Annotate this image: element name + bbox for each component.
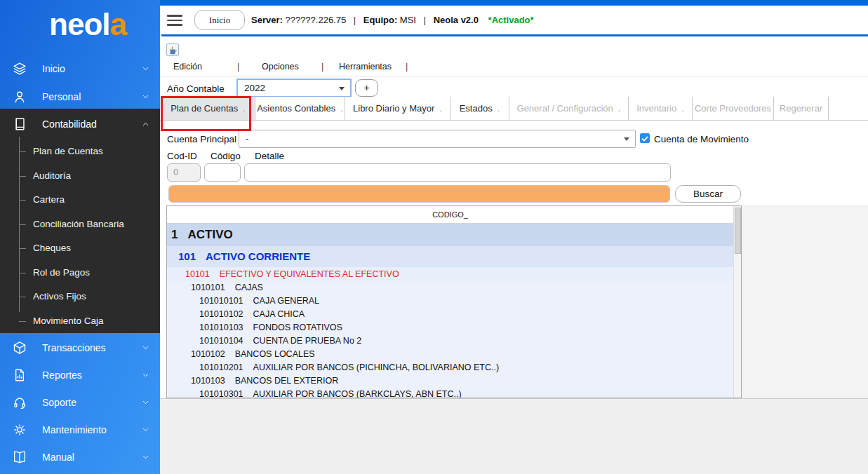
sidebar-item-cheques[interactable]: Cheques xyxy=(0,236,160,261)
server-status-line: Server: ??????.226.75 | Equipo: MSI | Ne… xyxy=(251,15,534,25)
cuenta-movimiento-checkbox[interactable] xyxy=(640,133,650,143)
year-value: 2022 xyxy=(244,83,265,93)
table-rows: 1ACTIVO 101ACTIVO CORRIENTE 10101EFECTIV… xyxy=(167,224,733,398)
sidebar-item-activos-fijos[interactable]: Activos Fijos xyxy=(0,285,160,309)
java-app-icon xyxy=(166,43,179,56)
search-highlight-bar[interactable] xyxy=(168,185,670,203)
app-logo: neola xyxy=(0,7,160,48)
add-year-button[interactable]: + xyxy=(355,79,378,97)
sidebar-item-cartera[interactable]: Cartera xyxy=(0,188,160,212)
cuenta-principal-label: Cuenta Principal xyxy=(167,134,236,144)
sidebar-item-auditoria[interactable]: Auditoría xyxy=(0,164,160,189)
tab-plan-de-cuentas[interactable]: Plan de Cuentas. xyxy=(161,97,255,121)
year-select[interactable]: 2022 xyxy=(236,79,352,97)
sidebar-item-label: Manual xyxy=(42,452,74,463)
tab-regenerar: Regenerar xyxy=(774,97,829,121)
sidebar-item-manual[interactable]: Manual xyxy=(0,443,160,471)
tab-inventario: Inventario. xyxy=(629,97,693,121)
tab-bar: Plan de Cuentas. Asientos Contables. Lib… xyxy=(161,97,829,121)
sidebar-item-movimiento-caja[interactable]: Movimiento Caja xyxy=(0,309,160,334)
table-row[interactable]: 1010101CAJAS xyxy=(167,281,733,294)
window-top-strip xyxy=(160,0,868,6)
tab-estados[interactable]: Estados. xyxy=(450,97,509,121)
sidebar-item-inicio[interactable]: Inicio xyxy=(0,55,160,83)
menubar: Edición | Opciones | Herramientas | xyxy=(160,62,868,76)
menu-edicion[interactable]: Edición xyxy=(173,62,202,72)
app-version: Neola v2.0 xyxy=(434,15,479,25)
codigo-field[interactable] xyxy=(204,163,241,182)
equipo-label: Equipo: xyxy=(363,15,397,25)
sidebar-expanded-section: Contabilidad Plan de Cuentas Auditoría C… xyxy=(0,109,160,333)
sidebar-item-label: Mantenimiento xyxy=(42,424,107,435)
server-value: ??????.226.75 xyxy=(285,15,346,25)
chevron-down-icon xyxy=(141,371,150,380)
codigo-label: Código xyxy=(211,151,241,161)
main-area: Inicio Server: ??????.226.75 | Equipo: M… xyxy=(160,0,868,474)
content-background xyxy=(160,398,868,474)
chevron-down-icon xyxy=(141,426,150,435)
header-divider xyxy=(161,34,868,36)
year-label: Año Contable xyxy=(167,83,225,94)
table-row[interactable]: 10101EFECTIVO Y EQUIVALENTES AL EFECTIVO xyxy=(167,267,733,281)
ledger-icon xyxy=(12,116,27,132)
sidebar-item-reportes[interactable]: Reportes xyxy=(0,361,160,389)
chevron-down-icon xyxy=(141,93,150,102)
sidebar-item-contabilidad[interactable]: Contabilidad xyxy=(0,109,160,140)
menu-divider xyxy=(160,76,868,77)
contabilidad-submenu: Plan de Cuentas Auditoría Cartera Concil… xyxy=(0,140,160,333)
logo-text: neol xyxy=(49,7,109,41)
cube-icon xyxy=(12,340,27,356)
app-window: neola Inicio Personal Contabilidad Plan … xyxy=(0,0,868,474)
sidebar: neola Inicio Personal Contabilidad Plan … xyxy=(0,0,160,474)
table-row[interactable]: 101010301AUXILIAR POR BANCOS (BARKCLAYS,… xyxy=(167,388,733,398)
chevron-down-icon xyxy=(141,398,150,407)
buscar-button[interactable]: Buscar xyxy=(675,185,741,203)
equipo-value: MSI xyxy=(400,15,416,25)
detalle-label: Detalle xyxy=(255,151,284,161)
table-row[interactable]: 1010102BANCOS LOCALES xyxy=(167,348,733,361)
chevron-down-icon xyxy=(141,65,150,74)
cuenta-principal-select[interactable]: - xyxy=(239,130,636,148)
tab-asientos-contables[interactable]: Asientos Contables. xyxy=(255,97,345,121)
home-button[interactable]: Inicio xyxy=(194,10,245,30)
hamburger-menu-icon[interactable] xyxy=(167,15,182,27)
sidebar-item-mantenimiento[interactable]: Mantenimiento xyxy=(0,416,160,444)
menu-opciones[interactable]: Opciones xyxy=(262,62,299,72)
detalle-field[interactable] xyxy=(244,163,671,182)
table-row[interactable]: 101010102CAJA CHICA xyxy=(167,308,733,321)
sidebar-item-soporte[interactable]: Soporte xyxy=(0,388,160,417)
sidebar-item-label: Inicio xyxy=(42,63,65,74)
sidebar-item-transacciones[interactable]: Transacciones xyxy=(0,334,160,362)
table-row[interactable]: 101010103FONDOS ROTATIVOS xyxy=(167,321,733,334)
menu-separator: | xyxy=(237,62,239,72)
table-row[interactable]: 1010103BANCOS DEL EXTERIOR xyxy=(167,374,733,388)
accounts-table: CODIGO_ 1ACTIVO 101ACTIVO CORRIENTE 1010… xyxy=(166,205,742,398)
scrollbar-thumb[interactable] xyxy=(735,208,741,254)
separator: | xyxy=(424,15,426,25)
cuenta-movimiento-label: Cuenta de Movimiento xyxy=(654,134,749,144)
sidebar-item-label: Contabilidad xyxy=(42,118,97,130)
table-row[interactable]: 101010104CUENTA DE PRUEBA No 2 xyxy=(167,334,733,348)
report-icon xyxy=(12,367,27,383)
sidebar-item-plan-de-cuentas[interactable]: Plan de Cuentas xyxy=(0,140,160,164)
sidebar-item-label: Personal xyxy=(42,91,81,102)
headset-icon xyxy=(12,395,27,410)
table-row[interactable]: 101010201AUXILIAR POR BANCOS (PICHINCHA,… xyxy=(167,361,733,374)
table-row[interactable]: 101010101CAJA GENERAL xyxy=(167,294,733,308)
cod-id-label: Cod-ID xyxy=(167,151,197,161)
tab-libro-diario-y-mayor[interactable]: Libro Diario y Mayor. xyxy=(345,97,450,121)
chevron-up-icon xyxy=(141,120,150,129)
table-row[interactable]: 1ACTIVO xyxy=(167,224,733,246)
tab-general-configuracion: General / Configuración. xyxy=(509,97,629,121)
sidebar-item-rol-de-pagos[interactable]: Rol de Pagos xyxy=(0,261,160,285)
table-row[interactable]: 101ACTIVO CORRIENTE xyxy=(167,246,733,267)
sidebar-item-conciliacion-bancaria[interactable]: Conciliación Bancaria xyxy=(0,212,160,237)
chevron-down-icon xyxy=(141,344,150,353)
sidebar-item-personal[interactable]: Personal xyxy=(0,83,160,111)
menu-herramientas[interactable]: Herramientas xyxy=(339,62,392,72)
column-header-codigo[interactable]: CODIGO_ xyxy=(167,206,733,224)
sidebar-item-label: Reportes xyxy=(42,370,82,381)
table-scrollbar[interactable] xyxy=(733,206,741,398)
cod-id-field: 0 xyxy=(167,163,201,182)
person-icon xyxy=(12,89,27,104)
